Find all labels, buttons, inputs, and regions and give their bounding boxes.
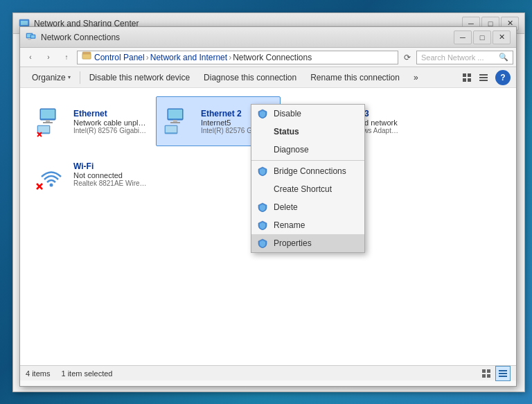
more-label: » bbox=[414, 73, 418, 82]
rename-label: Rename this connection bbox=[310, 73, 400, 82]
inner-win-controls: ─ □ ✕ bbox=[454, 30, 511, 44]
ethernet-icon bbox=[35, 105, 68, 138]
breadcrumb-sep-1: › bbox=[146, 53, 149, 62]
menu-disable-label: Disable bbox=[274, 109, 301, 118]
address-path[interactable]: Control Panel › Network and Internet › N… bbox=[77, 51, 398, 64]
menu-diagnose-label: Diagnose bbox=[274, 145, 309, 155]
svg-rect-20 bbox=[41, 109, 55, 118]
forward-button[interactable]: › bbox=[41, 50, 56, 65]
ethernet-name: Ethernet bbox=[73, 109, 147, 118]
menu-item-rename[interactable]: Rename bbox=[251, 216, 364, 234]
wifi-info: Wi-Fi Not connected Realtek 8821AE Wirel… bbox=[73, 161, 147, 187]
search-placeholder: Search Network ... bbox=[421, 53, 484, 62]
svg-rect-13 bbox=[468, 73, 471, 77]
svg-rect-17 bbox=[479, 77, 488, 78]
menu-item-bridge[interactable]: Bridge Connections bbox=[251, 162, 364, 180]
ethernet2-icon bbox=[162, 105, 195, 138]
context-menu: Disable Status Diagnose Bridge Connectio… bbox=[251, 104, 365, 253]
svg-point-39 bbox=[50, 184, 53, 187]
svg-rect-9 bbox=[31, 35, 35, 38]
breadcrumb-network-internet[interactable]: Network and Internet bbox=[150, 53, 227, 62]
svg-rect-30 bbox=[170, 122, 180, 123]
inner-maximize-button[interactable]: □ bbox=[473, 30, 491, 44]
menu-bridge-label: Bridge Connections bbox=[274, 166, 346, 176]
connection-item-ethernet[interactable]: Ethernet Network cable unplugged Intel(R… bbox=[28, 96, 153, 146]
view-controls: ? bbox=[459, 70, 511, 85]
selected-count: 1 item selected bbox=[61, 369, 112, 378]
diagnose-label: Diagnose this connection bbox=[204, 73, 296, 82]
menu-item-diagnose[interactable]: Diagnose bbox=[251, 141, 364, 159]
menu-sep-1 bbox=[251, 160, 364, 161]
delete-icon bbox=[257, 202, 268, 213]
svg-rect-7 bbox=[28, 39, 31, 39]
menu-item-shortcut[interactable]: Create Shortcut bbox=[251, 180, 364, 198]
wifi-status: Not connected bbox=[73, 171, 147, 179]
inner-titlebar: Network Connections ─ □ ✕ bbox=[20, 27, 516, 48]
breadcrumb-network-connections: Network Connections bbox=[233, 53, 312, 62]
rename-button[interactable]: Rename this connection bbox=[304, 69, 406, 86]
svg-rect-1 bbox=[21, 21, 28, 25]
view-list-button[interactable] bbox=[476, 70, 491, 85]
items-count: 4 items bbox=[26, 369, 50, 378]
properties-icon bbox=[257, 238, 268, 249]
inner-window-icon bbox=[26, 32, 37, 43]
search-box[interactable]: Search Network ... 🔍 bbox=[416, 51, 513, 64]
svg-rect-44 bbox=[482, 374, 486, 378]
svg-rect-48 bbox=[499, 376, 507, 377]
view-layout-button[interactable] bbox=[459, 70, 475, 85]
svg-rect-47 bbox=[499, 373, 507, 374]
svg-rect-16 bbox=[479, 74, 488, 76]
status-view-list[interactable] bbox=[495, 366, 511, 381]
svg-rect-28 bbox=[168, 109, 182, 118]
svg-rect-43 bbox=[487, 369, 490, 373]
refresh-button[interactable]: ⟳ bbox=[401, 51, 414, 64]
svg-rect-15 bbox=[468, 78, 471, 82]
svg-rect-22 bbox=[43, 122, 53, 123]
address-bar: ‹ › ↑ Control Panel › Network and Intern… bbox=[20, 48, 516, 67]
inner-close-button[interactable]: ✕ bbox=[493, 30, 511, 44]
menu-item-status[interactable]: Status bbox=[251, 123, 364, 141]
svg-rect-11 bbox=[82, 54, 91, 59]
inner-minimize-button[interactable]: ─ bbox=[454, 30, 472, 44]
disable-label: Disable this network device bbox=[89, 73, 190, 82]
menu-rename-label: Rename bbox=[274, 220, 305, 230]
menu-shortcut-label: Create Shortcut bbox=[274, 184, 332, 194]
svg-rect-14 bbox=[463, 78, 466, 82]
inner-window-title: Network Connections bbox=[41, 33, 454, 42]
ethernet-detail: Intel(R) 82576 Gigabit Dual ... bbox=[73, 127, 147, 134]
diagnose-button[interactable]: Diagnose this connection bbox=[197, 69, 303, 86]
menu-item-properties[interactable]: Properties bbox=[251, 234, 364, 252]
svg-rect-18 bbox=[479, 80, 488, 81]
wifi-name: Wi-Fi bbox=[73, 161, 147, 171]
svg-rect-21 bbox=[46, 120, 50, 122]
wifi-detail: Realtek 8821AE Wireless LA... bbox=[73, 179, 147, 187]
svg-rect-29 bbox=[173, 120, 177, 122]
back-button[interactable]: ‹ bbox=[23, 50, 38, 65]
organize-button[interactable]: Organize ▾ bbox=[26, 69, 77, 86]
disable-button[interactable]: Disable this network device bbox=[83, 69, 196, 86]
help-button[interactable]: ? bbox=[495, 70, 511, 85]
menu-item-delete[interactable]: Delete bbox=[251, 198, 364, 216]
wifi-icon bbox=[35, 157, 68, 191]
menu-item-disable[interactable]: Disable bbox=[251, 105, 364, 123]
status-view-grid[interactable] bbox=[479, 366, 494, 381]
status-view-controls bbox=[479, 366, 511, 381]
rename-icon bbox=[257, 220, 268, 231]
connection-item-wifi[interactable]: Wi-Fi Not connected Realtek 8821AE Wirel… bbox=[28, 149, 153, 199]
menu-delete-label: Delete bbox=[274, 202, 298, 212]
breadcrumb-control-panel[interactable]: Control Panel bbox=[94, 53, 145, 62]
organize-label: Organize bbox=[32, 73, 66, 82]
svg-rect-46 bbox=[499, 370, 507, 371]
ethernet-info: Ethernet Network cable unplugged Intel(R… bbox=[73, 109, 147, 134]
menu-status-label: Status bbox=[274, 127, 299, 137]
up-button[interactable]: ↑ bbox=[59, 50, 74, 65]
svg-rect-24 bbox=[38, 126, 49, 132]
svg-rect-32 bbox=[166, 126, 177, 132]
organize-arrow: ▾ bbox=[68, 74, 71, 80]
more-button[interactable]: » bbox=[407, 69, 425, 86]
breadcrumb-sep-2: › bbox=[229, 53, 231, 62]
breadcrumb-icon bbox=[82, 51, 91, 63]
bridge-icon bbox=[257, 166, 268, 177]
desktop: Network and Sharing Center ─ □ ✕ bbox=[0, 0, 532, 404]
menu-properties-label: Properties bbox=[274, 238, 312, 248]
